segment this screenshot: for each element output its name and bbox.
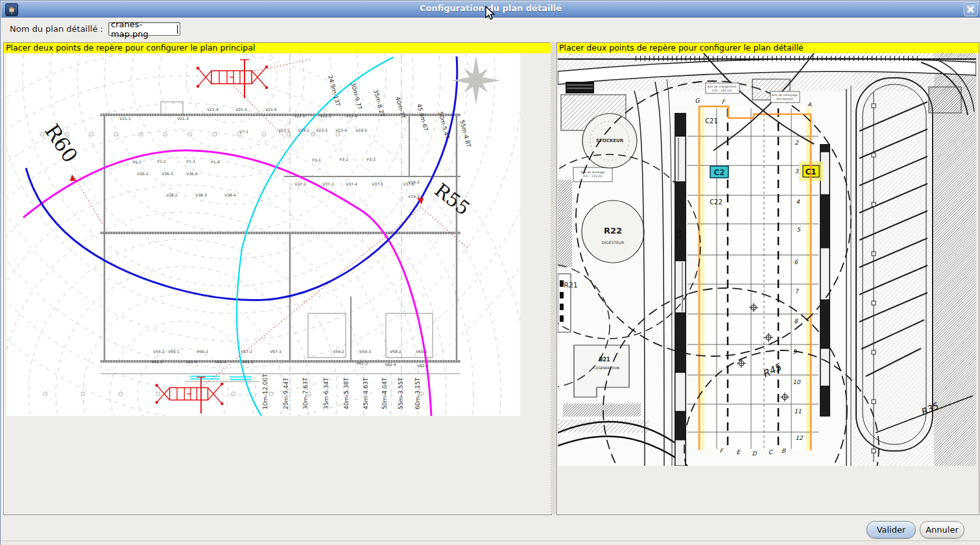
svg-text:10: 10 — [793, 379, 801, 385]
plan-name-value: cranes-map.png — [111, 19, 176, 39]
main-plan-panel: Placer deux points de repère pour config… — [3, 42, 552, 515]
svg-text:V61-5: V61-5 — [215, 359, 226, 364]
svg-text:DIGESTEUR: DIGESTEUR — [602, 240, 625, 245]
survey-marks — [40, 132, 424, 396]
svg-text:P3-3: P3-3 — [366, 157, 376, 162]
compass-rose-icon — [451, 56, 501, 105]
svg-text:V37-5: V37-5 — [372, 182, 383, 186]
svg-text:B21: B21 — [599, 357, 610, 363]
svg-text:D: D — [752, 450, 758, 457]
svg-text:40m-7T: 40m-7T — [394, 96, 407, 120]
svg-text:V23-2: V23-2 — [298, 128, 309, 132]
plan-name-label: Nom du plan détaillé : — [10, 24, 103, 34]
svg-text:V61-3: V61-3 — [151, 359, 163, 364]
svg-text:V58-2: V58-2 — [390, 349, 401, 354]
plan-name-input[interactable]: cranes-map.png — [108, 22, 180, 36]
svg-text:V22-2: V22-2 — [294, 114, 305, 118]
main-plan-header: Placer deux points de repère pour config… — [4, 43, 551, 53]
bottom-radius-labels: 10m-12.00T25m-9.44T30m-7.63T35m-6.34T40m… — [262, 374, 421, 409]
svg-text:R55: R55 — [431, 179, 474, 220]
svg-text:V36-4: V36-4 — [186, 171, 198, 176]
svg-text:45m-4.63T: 45m-4.63T — [363, 377, 369, 409]
main-plan-map[interactable]: V21-4V21-5V21-6V21-1V21-3V22-2V22-3V22-4… — [6, 54, 520, 416]
svg-text:COGENERATION: COGENERATION — [593, 366, 619, 370]
svg-text:30m-7.63T: 30m-7.63T — [302, 377, 309, 409]
window-bottom-edge — [1, 540, 980, 545]
svg-text:P3-2: P3-2 — [339, 157, 348, 162]
svg-text:P1-3: P1-3 — [186, 159, 195, 164]
svg-text:V19-3: V19-3 — [408, 194, 420, 199]
svg-text:R21: R21 — [564, 281, 578, 289]
svg-text:C2: C2 — [713, 168, 724, 177]
svg-text:G: G — [695, 97, 700, 104]
svg-text:60m-3.15T: 60m-3.15T — [414, 377, 421, 409]
svg-text:V22-3: V22-3 — [320, 114, 331, 118]
detail-plan-map[interactable]: STOCKEURR22DIGESTEURR21B21COGENERATIONC2… — [558, 53, 976, 466]
blue-reach-arc — [26, 56, 457, 300]
svg-text:55m-3.55T: 55m-3.55T — [398, 377, 404, 409]
svg-text:10m-12.00T: 10m-12.00T — [262, 374, 269, 409]
detail-plan-panel: Placer deux points de repère pour config… — [556, 42, 979, 515]
svg-text:66: 66 — [674, 228, 683, 238]
svg-text:V57-3: V57-3 — [270, 349, 281, 354]
svg-text:V38-2: V38-2 — [166, 193, 178, 197]
svg-text:V62-4: V62-4 — [385, 362, 396, 367]
svg-text:STOCKEUR: STOCKEUR — [596, 138, 624, 143]
svg-text:V23-4: V23-4 — [335, 128, 347, 132]
detail-plan-drawing: STOCKEURR22DIGESTEURR21B21COGENERATIONC2… — [558, 53, 976, 466]
svg-text:11: 11 — [794, 408, 802, 415]
close-button[interactable] — [964, 3, 977, 16]
paned-divider[interactable] — [551, 42, 556, 514]
svg-text:55m-4.8T: 55m-4.8T — [459, 119, 472, 149]
svg-text:30m-9.7T: 30m-9.7T — [350, 82, 363, 111]
svg-text:C25 - 145 m2: C25 - 145 m2 — [712, 89, 732, 92]
crane-icon-bottom — [156, 377, 223, 413]
svg-text:V19-2: V19-2 — [408, 180, 420, 184]
cyan-tick-marks — [185, 376, 259, 382]
svg-text:V37-4: V37-4 — [346, 182, 357, 186]
svg-text:V37-2: V37-2 — [294, 182, 306, 186]
svg-text:des bennes: des bennes — [776, 97, 793, 101]
svg-text:Aire de chargement: Aire de chargement — [708, 85, 737, 88]
svg-text:P1-4: P1-4 — [211, 160, 220, 164]
svg-text:V38-4: V38-4 — [224, 193, 236, 197]
text-caret — [177, 25, 178, 34]
svg-text:A: A — [807, 101, 812, 108]
svg-text:V56-2: V56-2 — [197, 349, 208, 354]
dialog-window: Configuration du plan détaillé Nom du pl… — [0, 0, 980, 545]
svg-text:V23-5: V23-5 — [355, 128, 367, 132]
svg-text:V21-1: V21-1 — [119, 116, 131, 121]
svg-text:25m-9.44T: 25m-9.44T — [283, 377, 289, 409]
svg-text:V22-4: V22-4 — [346, 114, 357, 118]
svg-text:C22: C22 — [710, 199, 723, 206]
svg-text:P3-1: P3-1 — [312, 158, 321, 162]
svg-text:V36-2: V36-2 — [137, 171, 149, 176]
validate-button[interactable]: Valider — [866, 521, 916, 539]
svg-text:V7-1: V7-1 — [239, 129, 248, 134]
svg-text:V61-4: V61-4 — [185, 359, 197, 364]
svg-text:C1: C1 — [805, 167, 816, 176]
svg-text:V61-6: V61-6 — [242, 359, 254, 364]
svg-text:R60: R60 — [40, 120, 82, 167]
svg-text:V56-1: V56-1 — [168, 349, 180, 354]
detail-plan-header: Placer deux points de repère pour config… — [557, 43, 979, 53]
crane-icon-top — [197, 60, 267, 98]
svg-text:V62-6: V62-6 — [417, 363, 429, 368]
svg-text:P1-2: P1-2 — [157, 159, 166, 164]
svg-text:4: 4 — [796, 199, 800, 205]
central-corridor — [699, 106, 811, 450]
svg-text:45.4m-6T: 45.4m-6T — [416, 103, 429, 132]
close-icon — [966, 5, 975, 14]
svg-text:50m-4.04T: 50m-4.04T — [381, 377, 388, 409]
building-outline — [101, 102, 460, 374]
svg-text:B: B — [782, 448, 786, 454]
mouse-cursor-icon — [484, 6, 497, 21]
cancel-button[interactable]: Annuler — [920, 521, 964, 539]
svg-text:P1-1: P1-1 — [132, 160, 141, 164]
svg-text:40m-5.38T: 40m-5.38T — [343, 377, 350, 409]
svg-text:V23-1: V23-1 — [278, 128, 290, 132]
svg-text:12: 12 — [795, 435, 804, 441]
svg-text:Aire de nettoyage: Aire de nettoyage — [772, 93, 798, 97]
svg-text:P22 - 115 m2: P22 - 115 m2 — [583, 175, 603, 178]
main-plan-drawing: V21-4V21-5V21-6V21-1V21-3V22-2V22-3V22-4… — [6, 54, 520, 416]
